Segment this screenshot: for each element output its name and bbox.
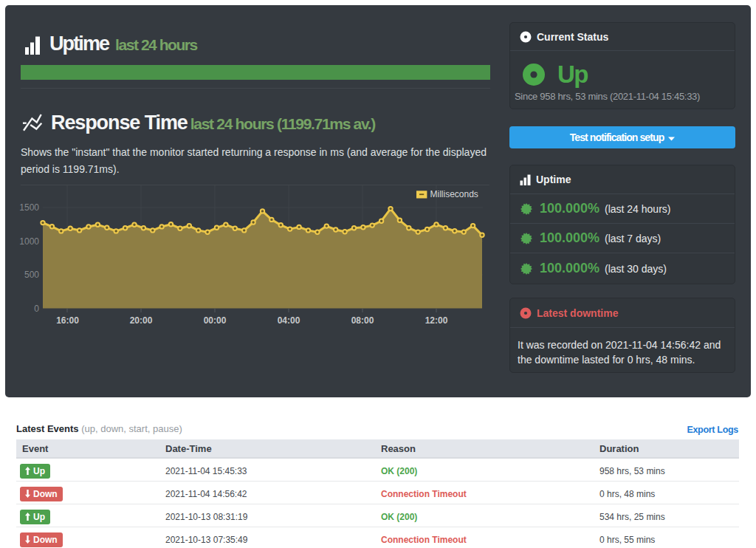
svg-text:0: 0	[34, 304, 39, 314]
svg-text:20:00: 20:00	[130, 315, 153, 326]
svg-text:Milliseconds: Milliseconds	[430, 189, 478, 199]
svg-text:08:00: 08:00	[351, 315, 374, 326]
svg-text:1500: 1500	[19, 202, 39, 213]
svg-text:12:00: 12:00	[425, 315, 448, 326]
svg-text:500: 500	[24, 270, 39, 280]
svg-text:16:00: 16:00	[56, 315, 79, 326]
svg-text:00:00: 00:00	[204, 315, 227, 326]
svg-text:04:00: 04:00	[278, 315, 300, 326]
svg-text:1000: 1000	[19, 236, 39, 247]
